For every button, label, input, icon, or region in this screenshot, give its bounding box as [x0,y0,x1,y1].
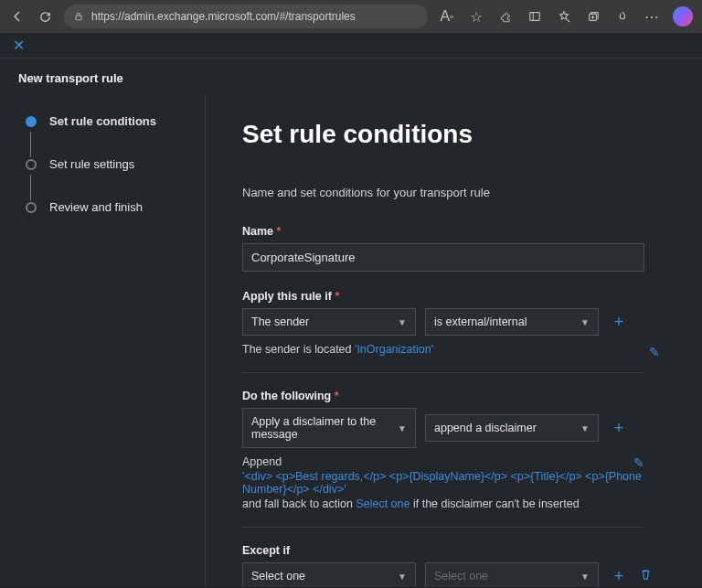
svg-rect-1 [530,13,540,21]
panel-topbar: ✕ [0,33,702,59]
exceptif-row: Select one▼ Select one▼ + [242,562,660,587]
exceptif-select[interactable]: Select one▼ [242,562,416,587]
step-circle [26,159,37,170]
fallback-text: and fall back to action Select one if th… [242,497,644,510]
panel-title: New transport rule [0,59,702,94]
dofollowing-row: Apply a disclaimer to the message▼ appen… [242,408,660,448]
step-review[interactable]: Review and finish [26,200,205,214]
page: ✕ New transport rule Set rule conditions… [0,33,702,587]
chevron-down-icon: ▼ [398,423,407,433]
rule-name-input[interactable] [242,243,644,272]
refresh-button[interactable] [37,8,53,25]
read-aloud-icon[interactable]: A» [439,8,455,25]
append-label: Append [242,455,644,468]
chevron-down-icon: ▼ [398,572,407,582]
step-connector [30,175,31,200]
more-icon[interactable]: ⋯ [644,8,660,25]
dofollowing-label: Do the following * [242,390,660,402]
browser-toolbar: https://admin.exchange.microsoft.com/#/t… [0,0,702,33]
delete-exception-button[interactable] [639,568,653,585]
applyif-value-link[interactable]: 'InOrganization' [355,343,433,356]
step-label: Review and finish [49,200,143,214]
add-action-button[interactable]: + [608,419,630,438]
chevron-down-icon: ▼ [580,572,590,582]
close-icon[interactable]: ✕ [13,37,25,54]
favorites-icon[interactable] [556,8,572,25]
chevron-down-icon: ▼ [580,317,590,327]
edit-icon[interactable]: ✎ [649,345,660,359]
steps-sidebar: Set rule conditions Set rule settings Re… [0,94,206,587]
main-panel: Set rule conditions Name and set conditi… [206,94,702,587]
applyif-summary: The sender is located 'InOrganization' ✎ [242,343,660,356]
exceptif-label: Except if [242,544,660,557]
step-connector [30,132,31,157]
action-select[interactable]: Apply a disclaimer to the message▼ [242,408,416,448]
content: Set rule conditions Set rule settings Re… [0,94,702,587]
svg-line-3 [568,20,570,23]
applyif-select-predicate[interactable]: is external/internal▼ [425,308,599,336]
toolbar-icons: A» ☆ ⋯ [439,6,693,27]
step-circle [26,202,37,213]
step-label: Set rule settings [49,157,134,171]
sidebar-icon[interactable] [526,8,543,25]
performance-icon[interactable] [614,8,631,25]
url-text: https://admin.exchange.microsoft.com/#/t… [91,10,356,23]
chevron-down-icon: ▼ [398,317,407,327]
divider [242,372,644,373]
fallback-link[interactable]: Select one [356,497,410,510]
page-subtitle: Name and set conditions for your transpo… [242,186,660,199]
name-label: Name * [242,225,660,238]
disclaimer-text-link[interactable]: '<div> <p>Best regards,</p> <p>{DisplayN… [242,470,644,496]
star-icon[interactable]: ☆ [468,8,484,25]
copilot-icon[interactable] [673,6,693,27]
back-button[interactable] [9,8,26,25]
applyif-row: The sender▼ is external/internal▼ + [242,308,660,336]
exceptif-subselect[interactable]: Select one▼ [425,562,599,587]
add-condition-button[interactable]: + [608,313,630,332]
page-heading: Set rule conditions [242,120,660,149]
chevron-down-icon: ▼ [580,423,590,433]
action-subselect[interactable]: append a disclaimer▼ [425,414,599,442]
add-exception-button[interactable]: + [608,567,630,586]
extensions-icon[interactable] [497,8,514,25]
svg-rect-0 [76,16,81,20]
step-circle-active [26,116,37,127]
collections-icon[interactable] [585,8,601,25]
divider [242,527,644,528]
step-label: Set rule conditions [49,114,156,128]
applyif-label: Apply this rule if * [242,290,660,303]
address-bar[interactable]: https://admin.exchange.microsoft.com/#/t… [64,5,428,28]
step-settings[interactable]: Set rule settings [26,157,205,171]
lock-icon [73,11,84,22]
applyif-select-subject[interactable]: The sender▼ [242,308,416,336]
step-conditions[interactable]: Set rule conditions [26,114,205,128]
